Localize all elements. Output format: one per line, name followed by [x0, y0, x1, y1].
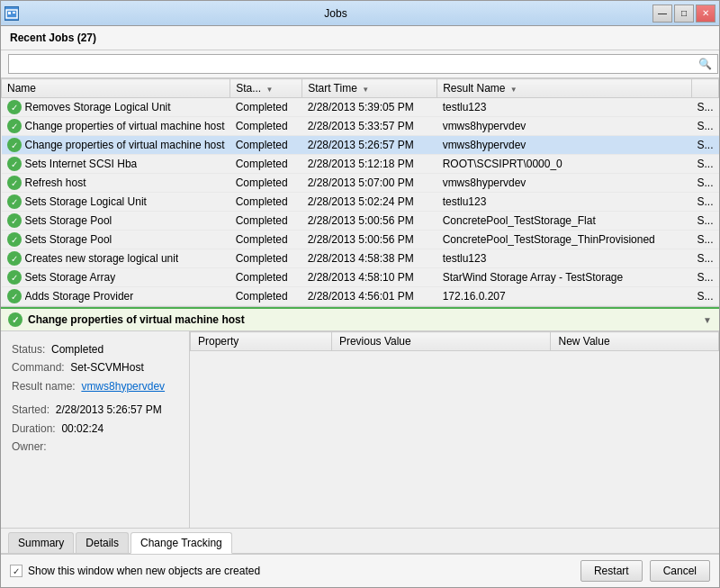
row-name: Sets Storage Pool — [25, 214, 112, 227]
row-status: Completed — [230, 231, 302, 249]
tab-change-tracking[interactable]: Change Tracking — [130, 532, 232, 554]
bottom-bar: ✓ Show this window when new objects are … — [1, 554, 719, 587]
row-starttime: 2/28/2013 5:02:24 PM — [302, 193, 437, 212]
detail-left: Status: Completed Command: Set-SCVMHost … — [1, 331, 190, 528]
search-input[interactable] — [8, 54, 718, 74]
status-row: Status: Completed — [12, 340, 178, 358]
collapse-icon[interactable]: ▼ — [703, 315, 712, 325]
row-status: Completed — [230, 212, 302, 231]
table-row[interactable]: ✓Sets Storage ArrayCompleted2/28/2013 4:… — [2, 268, 719, 287]
row-last: S... — [691, 155, 718, 174]
row-status-icon: ✓ — [7, 270, 22, 285]
row-name: Sets Storage Pool — [25, 233, 112, 246]
row-name: Refresh host — [25, 176, 86, 189]
col-starttime-header: Start Time — [308, 82, 357, 95]
table-row[interactable]: ✓Sets Storage PoolCompleted2/28/2013 5:0… — [2, 212, 719, 231]
svg-rect-1 — [8, 12, 11, 14]
tab-summary[interactable]: Summary — [8, 532, 74, 553]
row-resultname: ROOT\SCSIPRT\0000_0 — [437, 155, 692, 174]
selected-job-bar: ✓ Change properties of virtual machine h… — [1, 307, 719, 331]
row-status: Completed — [230, 249, 302, 268]
row-last: S... — [691, 193, 718, 212]
row-name: Sets Storage Array — [25, 271, 116, 284]
command-value: Set-SCVMHost — [70, 361, 143, 374]
title-bar: Jobs — □ ✕ — [1, 1, 719, 26]
bottom-right: Restart Cancel — [580, 560, 710, 582]
row-starttime: 2/28/2013 5:33:57 PM — [302, 117, 437, 136]
command-row: Command: Set-SCVMHost — [12, 358, 178, 376]
selected-job-check-icon: ✓ — [8, 312, 22, 327]
detail-table-container: Property Previous Value New Value — [190, 331, 719, 528]
detail-panel: Status: Completed Command: Set-SCVMHost … — [1, 331, 719, 529]
row-name: Creates new storage logical unit — [25, 252, 179, 265]
table-row[interactable]: ✓Sets Storage PoolCompleted2/28/2013 5:0… — [2, 231, 719, 249]
row-resultname: testlu123 — [437, 249, 692, 268]
table-row[interactable]: ✓Sets Internet SCSI HbaCompleted2/28/201… — [2, 155, 719, 174]
result-name-row: Result name: vmws8hypervdev — [12, 377, 178, 395]
row-status: Completed — [230, 268, 302, 287]
close-button[interactable]: ✕ — [696, 5, 716, 23]
table-row[interactable]: ✓Adds Storage ProviderCompleted2/28/2013… — [2, 287, 719, 306]
row-name: Change properties of virtual machine hos… — [25, 120, 225, 132]
table-row[interactable]: ✓Change properties of virtual machine ho… — [2, 117, 719, 136]
owner-row: Owner: — [12, 438, 178, 456]
result-name-label: Result name: — [12, 380, 76, 393]
row-resultname: vmws8hypervdev — [437, 117, 692, 136]
row-status-icon: ✓ — [7, 232, 22, 247]
row-resultname: ConcretePool_TestStorage_Flat — [437, 212, 692, 231]
minimize-button[interactable]: — — [652, 5, 672, 23]
row-starttime: 2/28/2013 5:26:57 PM — [302, 136, 437, 155]
jobs-table-container: Name Sta... ▼ Start Time ▼ Result Name ▼ — [1, 78, 719, 307]
row-resultname: testlu123 — [437, 98, 692, 117]
started-value: 2/28/2013 5:26:57 PM — [56, 403, 162, 416]
restart-button[interactable]: Restart — [580, 560, 643, 582]
duration-value: 00:02:24 — [61, 422, 104, 435]
window-title: Jobs — [19, 7, 652, 20]
table-row[interactable]: ✓Sets Storage Logical UnitCompleted2/28/… — [2, 193, 719, 212]
table-row[interactable]: ✓Refresh hostCompleted2/28/2013 5:07:00 … — [2, 174, 719, 193]
status-sort-icon[interactable]: ▼ — [266, 86, 273, 94]
row-status-icon: ✓ — [7, 176, 22, 190]
checkbox-check-icon: ✓ — [13, 566, 20, 576]
resultname-sort-icon[interactable]: ▼ — [510, 86, 518, 94]
row-status-icon: ✓ — [7, 119, 22, 133]
search-bar: 🔍 — [1, 50, 719, 78]
row-starttime: 2/28/2013 5:39:05 PM — [302, 98, 437, 117]
owner-label: Owner: — [12, 440, 47, 453]
detail-col-property: Property — [191, 332, 332, 351]
row-status-icon: ✓ — [7, 289, 22, 303]
row-starttime: 2/28/2013 5:00:56 PM — [302, 212, 437, 231]
table-row[interactable]: ✓Creates new storage logical unitComplet… — [2, 249, 719, 268]
search-icon: 🔍 — [698, 58, 712, 70]
row-last: S... — [691, 268, 718, 287]
cancel-button[interactable]: Cancel — [650, 560, 710, 582]
row-starttime: 2/28/2013 5:07:00 PM — [302, 174, 437, 193]
tab-details[interactable]: Details — [76, 532, 129, 553]
row-resultname: vmws8hypervdev — [437, 136, 692, 155]
row-last: S... — [691, 249, 718, 268]
show-window-checkbox[interactable]: ✓ — [10, 565, 22, 577]
row-last: S... — [691, 117, 718, 136]
row-starttime: 2/28/2013 4:58:10 PM — [302, 268, 437, 287]
duration-row: Duration: 00:02:24 — [12, 420, 178, 438]
starttime-sort-icon[interactable]: ▼ — [362, 86, 369, 94]
row-name: Adds Storage Provider — [25, 290, 134, 303]
row-starttime: 2/28/2013 5:00:56 PM — [302, 231, 437, 249]
bottom-left: ✓ Show this window when new objects are … — [10, 565, 260, 577]
row-last: S... — [691, 136, 718, 155]
row-starttime: 2/28/2013 5:12:18 PM — [302, 155, 437, 174]
maximize-button[interactable]: □ — [674, 5, 694, 23]
row-name: Removes Storage Logical Unit — [25, 101, 171, 113]
row-status: Completed — [230, 155, 302, 174]
svg-rect-0 — [6, 10, 17, 18]
row-status: Completed — [230, 193, 302, 212]
row-status-icon: ✓ — [7, 100, 22, 114]
row-status-icon: ✓ — [7, 138, 22, 152]
result-name-value[interactable]: vmws8hypervdev — [81, 380, 165, 393]
row-starttime: 2/28/2013 4:56:01 PM — [302, 287, 437, 306]
detail-col-newvalue: New Value — [551, 332, 719, 351]
table-row[interactable]: ✓Change properties of virtual machine ho… — [2, 136, 719, 155]
status-value: Completed — [51, 343, 104, 356]
table-row[interactable]: ✓Removes Storage Logical UnitCompleted2/… — [2, 98, 719, 117]
show-window-label: Show this window when new objects are cr… — [28, 565, 260, 577]
